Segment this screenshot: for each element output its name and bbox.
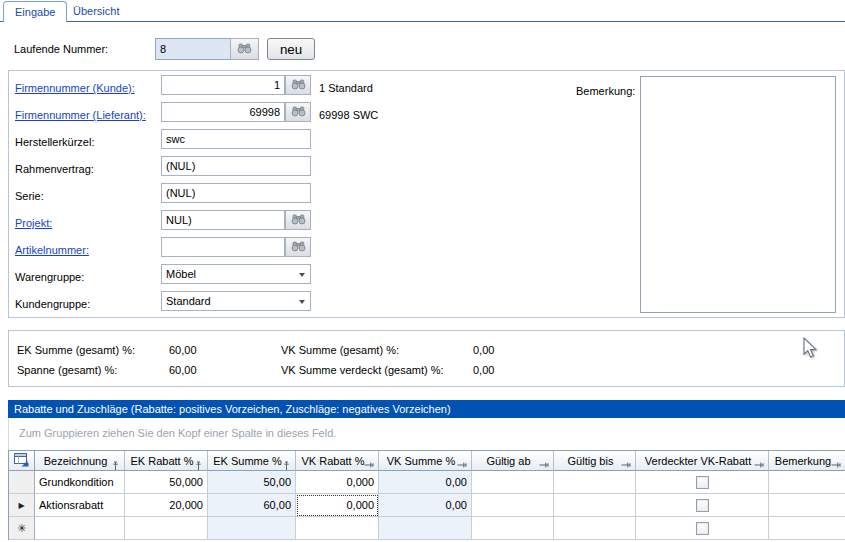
column-header-label: EK Summe % [213,455,289,467]
grid-cell[interactable] [554,471,636,494]
column-header-vk-rabatt[interactable]: VK Rabatt % [296,451,379,471]
table-row: ▶Aktionsrabatt20,00060,000,0000,00 [9,494,845,517]
column-header-label: EK Rabatt % [131,455,202,467]
field-warengruppe[interactable]: Möbel [161,264,311,284]
field-artikelnummer[interactable] [161,237,285,257]
grid-cell[interactable] [769,471,845,494]
field-projekt[interactable]: NUL) [161,210,285,230]
grid-cell[interactable]: 0,000 [296,471,379,494]
new-row-icon: ✳ [17,522,26,535]
grid-cell[interactable] [472,494,554,517]
bemerkung-label: Bemerkung: [576,81,635,101]
grid-cell[interactable] [636,517,769,540]
verdeckter-vk-rabatt-checkbox[interactable] [696,522,709,535]
grid-cell[interactable] [554,517,636,540]
column-header-label: Gültig ab [486,455,538,467]
column-header-bemerkung[interactable]: Bemerkung [769,451,845,471]
chevron-down-icon[interactable] [299,300,305,304]
search-button-firmennummer-lieferant[interactable] [285,102,311,122]
grid-cell[interactable] [769,494,845,517]
field-rahmenvertrag[interactable]: (NUL) [161,156,311,176]
column-header-vk-summe[interactable]: VK Summe % [379,451,472,471]
summary-groupbox: EK Summe (gesamt) %:60,00VK Summe (gesam… [8,330,845,387]
binoculars-icon [291,241,306,254]
field-label-firmennummer-lieferant[interactable]: Firmennummer (Lieferant): [15,105,146,125]
grid-groupby-panel: Zum Gruppieren ziehen Sie den Kopf einer… [8,418,845,450]
grid-cell[interactable]: 20,000 [125,494,208,517]
laufende-nummer-field[interactable]: 8 [155,38,231,60]
grid-cell[interactable] [636,471,769,494]
field-serie[interactable]: (NUL) [161,183,311,203]
grid-corner-button[interactable] [9,451,35,471]
grid-cell[interactable]: 60,00 [208,494,296,517]
row-selector-new-row[interactable]: ✳ [9,517,35,540]
chevron-down-icon[interactable] [299,273,305,277]
search-button-firmennummer-kunde[interactable] [285,75,311,95]
table-row: Grundkondition50,00050,000,0000,00 [9,471,845,494]
laufende-nummer-search-button[interactable] [230,38,259,60]
field-firmennummer-lieferant[interactable]: 69998 [161,102,285,122]
grid-cell[interactable] [636,494,769,517]
grid-cell[interactable]: 0,00 [379,471,472,494]
grid-cell[interactable]: 0,00 [379,494,472,517]
grid-cell[interactable] [208,517,296,540]
grid-header-row: BezeichnungEK Rabatt %EK Summe %VK Rabat… [9,451,845,471]
bemerkung-textarea[interactable] [640,76,836,313]
field-suffix-firmennummer-lieferant: 69998 SWC [319,105,378,125]
summary-label-vk-summe-verdeckt-gesamt: VK Summe verdeckt (gesamt) %: [281,363,444,377]
field-kundengruppe[interactable]: Standard [161,291,311,311]
field-label-firmennummer-kunde[interactable]: Firmennummer (Kunde): [15,78,135,98]
column-header-label: Verdeckter VK-Rabatt [645,455,759,467]
grid-cell[interactable]: 50,00 [208,471,296,494]
binoculars-icon [291,106,306,119]
grid-cell[interactable] [472,517,554,540]
grid-cell[interactable]: Aktionsrabatt [35,494,125,517]
column-header-g-ltig-ab[interactable]: Gültig ab [472,451,554,471]
column-header-label: Gültig bis [568,455,622,467]
field-label-rahmenvertrag: Rahmenvertrag: [15,159,94,179]
grid-cell[interactable] [554,494,636,517]
tab-uebersicht[interactable]: Übersicht [62,1,130,22]
grid-cell[interactable] [296,517,379,540]
row-selector-active[interactable]: ▶ [9,494,35,517]
grid-cell[interactable]: 50,000 [125,471,208,494]
grid-options-icon [14,453,29,469]
tab-eingabe[interactable]: Eingabe [3,1,67,22]
laufende-nummer-label: Laufende Nummer: [14,39,108,59]
field-label-artikelnummer[interactable]: Artikelnummer: [15,240,89,260]
column-header-bezeichnung[interactable]: Bezeichnung [35,451,125,471]
field-label-kundengruppe: Kundengruppe: [15,294,90,314]
row-selector[interactable] [9,471,35,494]
grid-cell[interactable]: Grundkondition [35,471,125,494]
search-button-artikelnummer[interactable] [285,237,311,257]
summary-value-spanne-gesamt: 60,00 [169,363,197,377]
field-label-warengruppe: Warengruppe: [15,267,84,287]
neu-button[interactable]: neu [267,38,315,60]
column-header-ek-summe[interactable]: EK Summe % [208,451,296,471]
field-firmennummer-kunde[interactable]: 1 [161,75,285,95]
form-groupbox: Bemerkung: Firmennummer (Kunde):11 Stand… [8,70,845,318]
column-header-label: VK Rabatt % [302,455,373,467]
grid-cell[interactable] [769,517,845,540]
column-header-verdeckter-vk-rabatt[interactable]: Verdeckter VK-Rabatt [636,451,769,471]
search-button-projekt[interactable] [285,210,311,230]
grid-cell[interactable] [472,471,554,494]
verdeckter-vk-rabatt-checkbox[interactable] [696,476,709,489]
column-header-ek-rabatt[interactable]: EK Rabatt % [125,451,208,471]
table-row: ✳ [9,517,845,540]
column-header-label: Bezeichnung [44,455,116,467]
column-header-g-ltig-bis[interactable]: Gültig bis [554,451,636,471]
binoculars-icon [291,79,306,92]
field-herstellerk-rzel[interactable]: swc [161,129,311,149]
summary-label-spanne-gesamt: Spanne (gesamt) %: [17,363,117,377]
grid-cell[interactable] [35,517,125,540]
grid-cell[interactable]: 0,000 [296,494,379,517]
active-row-arrow-icon: ▶ [18,501,24,510]
verdeckter-vk-rabatt-checkbox[interactable] [696,499,709,512]
grid-cell[interactable] [379,517,472,540]
summary-value-vk-summe-gesamt: 0,00 [473,343,494,357]
column-header-label: Bemerkung [775,455,839,467]
field-label-projekt[interactable]: Projekt: [15,213,52,233]
grid-cell[interactable] [125,517,208,540]
binoculars-icon [237,43,252,56]
